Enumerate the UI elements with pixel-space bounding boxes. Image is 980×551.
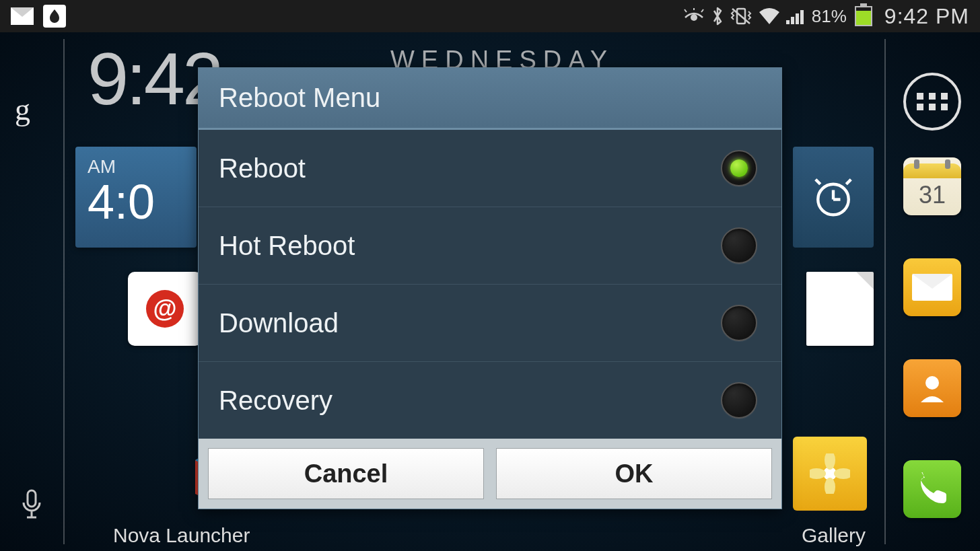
svg-line-15 <box>846 180 851 184</box>
svg-line-1 <box>685 9 687 12</box>
reboot-menu-dialog: Reboot Menu Reboot Hot Reboot Download R… <box>198 67 782 509</box>
dialog-button-bar: Cancel OK <box>199 439 781 509</box>
svg-rect-8 <box>796 13 799 24</box>
option-hot-reboot[interactable]: Hot Reboot <box>199 207 781 285</box>
app-notification-icon <box>43 5 66 28</box>
svg-line-14 <box>816 180 820 184</box>
option-label: Recovery <box>219 385 332 416</box>
svg-line-5 <box>732 9 750 24</box>
battery-percent: 81% <box>812 6 847 27</box>
divider-right <box>884 39 886 544</box>
alarm-widget[interactable]: AM 4:0 <box>75 147 197 248</box>
svg-point-16 <box>925 376 939 390</box>
ok-button[interactable]: OK <box>496 448 772 499</box>
svg-line-3 <box>701 9 703 12</box>
calendar-app-icon[interactable]: 31 <box>903 157 961 215</box>
alarm-clock-icon-widget[interactable] <box>793 147 874 248</box>
option-label: Download <box>219 308 339 338</box>
option-reboot[interactable]: Reboot <box>199 130 781 207</box>
svg-point-25 <box>810 468 826 479</box>
radio-button[interactable] <box>721 305 757 341</box>
app-drawer-button[interactable] <box>903 73 961 131</box>
cancel-button[interactable]: Cancel <box>208 448 484 499</box>
dialog-title: Reboot Menu <box>199 68 781 130</box>
signal-icon <box>786 7 806 26</box>
radio-button[interactable] <box>721 382 757 418</box>
alarm-time: 4:0 <box>88 178 184 226</box>
radio-button[interactable] <box>721 150 757 186</box>
battery-icon <box>855 6 872 26</box>
option-label: Reboot <box>219 153 306 184</box>
nova-launcher-label: Nova Launcher <box>113 524 250 547</box>
gallery-label: Gallery <box>802 524 866 547</box>
option-label: Hot Reboot <box>219 231 355 261</box>
svg-rect-7 <box>791 17 794 24</box>
divider-left <box>63 39 65 544</box>
svg-point-0 <box>691 14 697 21</box>
document-app-icon[interactable] <box>806 272 874 346</box>
google-search-shortcut[interactable]: g <box>15 91 30 127</box>
alarm-ampm: AM <box>88 156 184 178</box>
wifi-icon <box>758 7 781 26</box>
option-recovery[interactable]: Recovery <box>199 362 781 439</box>
status-clock: 9:42 PM <box>884 4 969 29</box>
gmail-notification-icon <box>11 7 34 25</box>
battery-fill <box>856 11 871 25</box>
status-right: 81% 9:42 PM <box>682 4 969 29</box>
svg-point-24 <box>825 478 835 494</box>
mail-app-icon[interactable] <box>903 258 961 316</box>
svg-rect-9 <box>800 10 804 24</box>
contacts-app-icon[interactable] <box>903 359 961 417</box>
status-bar: 81% 9:42 PM <box>0 0 980 32</box>
svg-point-23 <box>825 453 835 470</box>
calendar-day-number: 31 <box>919 181 946 209</box>
smart-stay-icon <box>682 8 705 24</box>
svg-rect-10 <box>28 490 36 507</box>
svg-point-26 <box>834 468 850 479</box>
vibrate-icon <box>730 6 753 26</box>
gallery-app-icon[interactable] <box>793 437 867 511</box>
svg-rect-6 <box>786 20 790 24</box>
email-app-icon[interactable]: @ <box>128 272 202 346</box>
radio-button[interactable] <box>721 227 757 264</box>
dialog-option-list: Reboot Hot Reboot Download Recovery <box>199 130 781 439</box>
voice-search-icon[interactable] <box>19 488 44 524</box>
status-left <box>11 5 66 28</box>
phone-app-icon[interactable] <box>903 460 961 518</box>
bluetooth-icon <box>711 5 724 27</box>
option-download[interactable]: Download <box>199 285 781 362</box>
